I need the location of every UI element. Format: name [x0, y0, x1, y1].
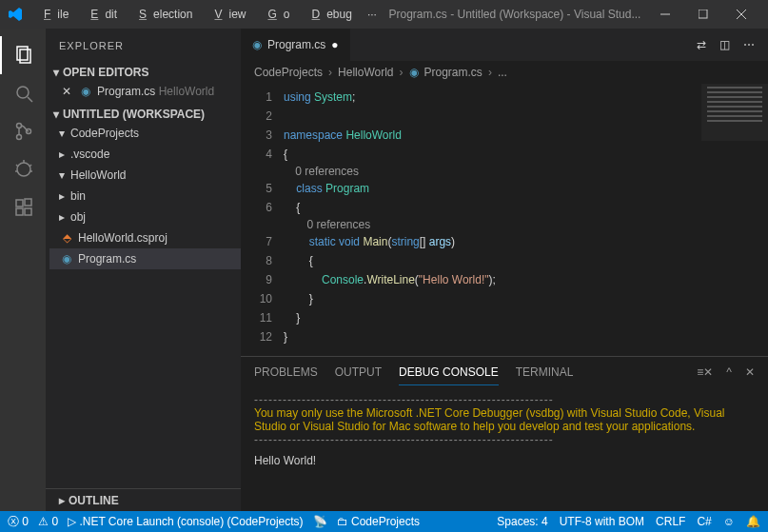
svg-line-7 — [28, 97, 32, 102]
xml-icon: ⬘ — [59, 231, 74, 245]
section-outline[interactable]: ▸OUTLINE — [51, 492, 235, 509]
titlebar: File Edit Selection View Go Debug ··· Pr… — [0, 0, 768, 29]
line-gutter: 1234 56 789101112 — [241, 84, 284, 356]
more-actions-icon[interactable]: ⋯ — [743, 38, 755, 51]
window-controls — [646, 0, 760, 29]
status-live-icon[interactable]: 📡 — [313, 515, 327, 528]
activity-search[interactable] — [0, 74, 46, 112]
breadcrumb[interactable]: CodeProjects› HelloWorld› ◉Program.cs› .… — [241, 61, 768, 84]
csharp-icon: ◉ — [78, 85, 93, 98]
menu-file[interactable]: File — [30, 4, 75, 25]
panel-tab-problems[interactable]: PROBLEMS — [254, 360, 318, 384]
folder-helloworld[interactable]: ▾HelloWorld — [49, 165, 241, 186]
menu-view[interactable]: View — [201, 4, 252, 25]
svg-rect-19 — [25, 208, 31, 215]
svg-rect-4 — [17, 47, 28, 60]
menu-more[interactable]: ··· — [361, 4, 384, 25]
status-eol[interactable]: CRLF — [656, 515, 685, 528]
status-encoding[interactable]: UTF-8 with BOM — [560, 515, 644, 528]
maximize-button[interactable] — [684, 0, 722, 29]
folder-codeprojects[interactable]: ▾CodeProjects — [49, 123, 241, 144]
svg-point-6 — [17, 87, 29, 98]
csharp-icon: ◉ — [59, 252, 74, 266]
menu-edit[interactable]: Edit — [77, 4, 124, 25]
folder-obj[interactable]: ▸obj — [49, 207, 241, 227]
activity-bar — [0, 29, 46, 511]
debug-console-output[interactable]: ----------------------------------------… — [241, 387, 768, 511]
svg-rect-20 — [25, 199, 31, 206]
status-language[interactable]: C# — [697, 515, 711, 528]
section-workspace[interactable]: ▾UNTITLED (WORKSPACE) — [46, 106, 241, 123]
sidebar: EXPLORER ▾OPEN EDITORS ✕ ◉ Program.cs He… — [46, 29, 241, 511]
activity-extensions[interactable] — [0, 188, 46, 227]
file-program-cs[interactable]: ◉Program.cs — [49, 248, 241, 269]
folder-bin[interactable]: ▸bin — [49, 186, 241, 207]
menu-bar: File Edit Selection View Go Debug ··· — [30, 4, 384, 25]
code-lines[interactable]: using System; namespace HelloWorld{ 0 re… — [284, 84, 768, 356]
svg-point-9 — [17, 135, 22, 140]
tab-program-cs[interactable]: ◉ Program.cs ● — [241, 29, 351, 61]
vs-logo-icon — [8, 7, 23, 22]
menu-debug[interactable]: Debug — [299, 4, 359, 25]
panel-tabs: PROBLEMS OUTPUT DEBUG CONSOLE TERMINAL ≡… — [241, 357, 768, 387]
activity-scm[interactable] — [0, 112, 46, 150]
svg-line-13 — [16, 165, 18, 167]
editor-tabs: ◉ Program.cs ● ⇄ ◫ ⋯ — [241, 29, 768, 61]
section-open-editors[interactable]: ▾OPEN EDITORS — [46, 64, 241, 81]
compare-icon[interactable]: ⇄ — [697, 38, 706, 51]
status-bar: ⓧ 0 ⚠ 0 ▷ .NET Core Launch (console) (Co… — [0, 511, 768, 532]
minimap[interactable] — [701, 84, 768, 141]
editor-area: ◉ Program.cs ● ⇄ ◫ ⋯ CodeProjects› Hello… — [241, 29, 768, 511]
dirty-indicator-icon: ● — [331, 38, 338, 51]
folder-vscode[interactable]: ▸.vscode — [49, 144, 241, 165]
status-feedback-icon[interactable]: ☺ — [723, 515, 735, 528]
close-icon[interactable]: ✕ — [59, 85, 74, 98]
file-csproj[interactable]: ⬘HelloWorld.csproj — [49, 227, 241, 248]
status-spaces[interactable]: Spaces: 4 — [497, 515, 547, 528]
code-editor[interactable]: 1234 56 789101112 using System; namespac… — [241, 84, 768, 356]
minimize-button[interactable] — [646, 0, 684, 29]
activity-explorer[interactable] — [0, 36, 46, 74]
svg-point-8 — [17, 124, 22, 128]
status-bell-icon[interactable]: 🔔 — [746, 515, 760, 528]
activity-debug[interactable] — [0, 150, 46, 188]
status-folder[interactable]: 🗀 CodeProjects — [337, 515, 420, 528]
svg-point-11 — [17, 163, 30, 176]
window-title: Program.cs - Untitled (Workspace) - Visu… — [384, 8, 646, 21]
menu-selection[interactable]: Selection — [126, 4, 199, 25]
close-button[interactable] — [722, 0, 760, 29]
csharp-icon: ◉ — [252, 38, 262, 51]
status-warnings[interactable]: ⚠ 0 — [38, 515, 58, 528]
split-editor-icon[interactable]: ◫ — [719, 38, 730, 51]
panel-tab-debug-console[interactable]: DEBUG CONSOLE — [399, 360, 499, 385]
menu-go[interactable]: Go — [254, 4, 296, 25]
svg-rect-5 — [20, 49, 30, 63]
svg-line-14 — [30, 165, 31, 167]
panel-close-icon[interactable]: ✕ — [745, 360, 755, 384]
panel-tab-terminal[interactable]: TERMINAL — [516, 360, 574, 384]
panel-tab-output[interactable]: OUTPUT — [335, 360, 382, 384]
clear-console-icon[interactable]: ≡✕ — [697, 360, 713, 384]
svg-rect-1 — [699, 10, 707, 18]
svg-rect-17 — [16, 200, 23, 207]
panel: PROBLEMS OUTPUT DEBUG CONSOLE TERMINAL ≡… — [241, 356, 768, 511]
panel-maximize-icon[interactable]: ^ — [726, 360, 732, 384]
status-launch-config[interactable]: ▷ .NET Core Launch (console) (CodeProjec… — [68, 515, 304, 528]
svg-rect-18 — [16, 208, 23, 215]
sidebar-header: EXPLORER — [46, 29, 241, 62]
status-errors[interactable]: ⓧ 0 — [8, 514, 29, 530]
open-editor-item[interactable]: ✕ ◉ Program.cs HelloWorld — [49, 81, 241, 102]
